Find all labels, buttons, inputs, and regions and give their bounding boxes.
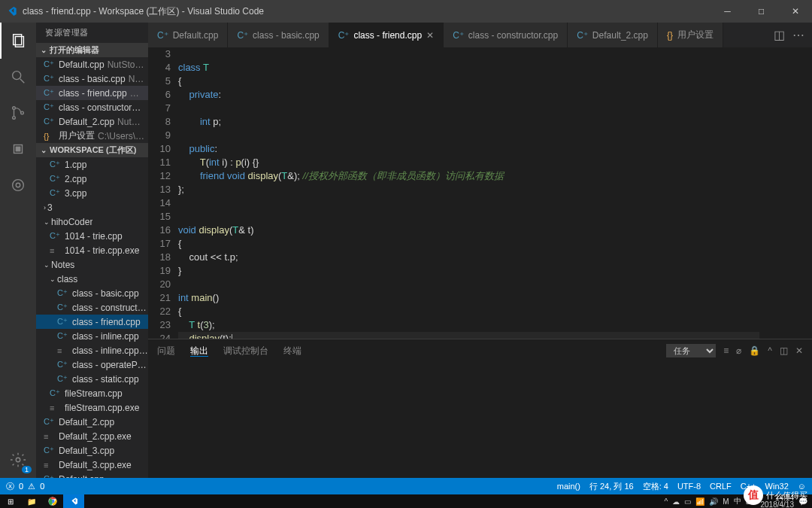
window-titlebar: class - friend.cpp - Workspace (工作区) - V… bbox=[0, 0, 812, 23]
minimize-button[interactable]: ─ bbox=[710, 0, 744, 23]
vscode-icon bbox=[0, 5, 23, 17]
status-function[interactable]: main() bbox=[557, 482, 580, 491]
tree-item[interactable]: C⁺class - friend.cpp bbox=[36, 315, 148, 329]
file-tree: C⁺1.cppC⁺2.cppC⁺3.cpp›3⌄hihoCoderC⁺1014 … bbox=[36, 157, 148, 478]
tree-item[interactable]: ≡Default_3.cpp.exe bbox=[36, 458, 148, 472]
expand-icon[interactable]: ^ bbox=[768, 345, 772, 356]
tree-item[interactable]: C⁺Default_3.cpp bbox=[36, 443, 148, 458]
minimap[interactable] bbox=[759, 47, 812, 339]
status-indent[interactable]: 空格: 4 bbox=[643, 481, 668, 492]
explorer-icon[interactable] bbox=[0, 23, 36, 59]
maximize-button[interactable]: □ bbox=[744, 0, 778, 23]
chevron-down-icon: ⌄ bbox=[41, 146, 47, 154]
open-editor-item[interactable]: C⁺Default_2.cppNut… bbox=[36, 114, 148, 129]
code-editor[interactable]: 3456789101112131415161718192021222324252… bbox=[148, 47, 812, 339]
status-position[interactable]: 行 24, 列 16 bbox=[589, 481, 634, 492]
window-title: class - friend.cpp - Workspace (工作区) - V… bbox=[23, 5, 710, 18]
open-editor-item[interactable]: C⁺Default.cppNutSto… bbox=[36, 57, 148, 71]
more-icon[interactable]: ⋯ bbox=[792, 28, 804, 42]
debug-icon[interactable] bbox=[0, 131, 36, 167]
tray-lang-icon[interactable]: 中 bbox=[734, 496, 741, 506]
workspace-header[interactable]: ⌄WORKSPACE (工作区) bbox=[36, 143, 148, 157]
panel-tab[interactable]: 终端 bbox=[283, 345, 301, 356]
tree-item[interactable]: C⁺class - construct… bbox=[36, 300, 148, 315]
close-button[interactable]: ✕ bbox=[778, 0, 812, 23]
sidebar-title: 资源管理器 bbox=[36, 23, 148, 43]
lock-icon[interactable]: 🔒 bbox=[749, 345, 760, 356]
open-editor-item[interactable]: C⁺class - friend.cpp… bbox=[36, 86, 148, 100]
open-editor-item[interactable]: C⁺class - constructor… bbox=[36, 100, 148, 114]
tray-ime-icon[interactable]: M bbox=[723, 497, 729, 506]
watermark-logo: 值 bbox=[744, 485, 763, 505]
editor-tab[interactable]: C⁺Default_2.cpp bbox=[568, 23, 658, 47]
chrome-icon[interactable] bbox=[42, 494, 63, 508]
status-bar: ⓧ0 ⚠0 main() 行 24, 列 16 空格: 4 UTF-8 CRLF… bbox=[0, 478, 812, 494]
tree-item[interactable]: C⁺class - basic.cpp bbox=[36, 286, 148, 300]
tree-item[interactable]: C⁺class - operateP… bbox=[36, 357, 148, 372]
tray-battery-icon[interactable]: ▭ bbox=[684, 497, 691, 506]
chevron-icon: ⌄ bbox=[50, 275, 56, 283]
editor-tab[interactable]: C⁺class - basic.cpp bbox=[228, 23, 329, 47]
split-icon[interactable]: ◫ bbox=[780, 345, 788, 356]
tree-item[interactable]: C⁺Default_2.cpp bbox=[36, 415, 148, 429]
close-tab-icon[interactable]: ✕ bbox=[426, 30, 434, 41]
tree-item[interactable]: C⁺3.cpp bbox=[36, 186, 148, 200]
clear-icon[interactable]: ⌀ bbox=[736, 345, 741, 356]
tray-chevron-icon[interactable]: ^ bbox=[664, 497, 668, 506]
source-control-icon[interactable] bbox=[0, 95, 36, 131]
tree-item[interactable]: ›3 bbox=[36, 200, 148, 214]
code-area[interactable]: class T{ private: int p; public: T(int i… bbox=[178, 47, 759, 339]
tree-item[interactable]: C⁺1014 - trie.cpp bbox=[36, 229, 148, 243]
editor-tab[interactable]: {}用户设置 bbox=[658, 23, 723, 47]
chevron-down-icon: ⌄ bbox=[41, 46, 47, 54]
panel-tabs: 问题输出调试控制台终端 任务 ≡ ⌀ 🔒 ^ ◫ ✕ bbox=[148, 339, 812, 362]
start-button[interactable]: ⊞ bbox=[0, 494, 21, 508]
close-panel-icon[interactable]: ✕ bbox=[795, 345, 803, 356]
tree-item[interactable]: C⁺class - static.cpp bbox=[36, 372, 148, 386]
errors-icon[interactable]: ⓧ bbox=[6, 481, 14, 492]
svg-point-5 bbox=[13, 117, 16, 120]
filter-icon[interactable]: ≡ bbox=[723, 345, 729, 356]
open-editor-item[interactable]: C⁺class - basic.cppN… bbox=[36, 71, 148, 86]
tree-item[interactable]: ≡Default_2.cpp.exe bbox=[36, 429, 148, 443]
activity-bar: 1 bbox=[0, 23, 36, 478]
open-editors-header[interactable]: ⌄打开的编辑器 bbox=[36, 43, 148, 57]
svg-rect-8 bbox=[16, 147, 20, 151]
tree-item[interactable]: ⌄Notes bbox=[36, 257, 148, 272]
tree-item[interactable]: C⁺1.cpp bbox=[36, 157, 148, 172]
window-controls: ─ □ ✕ bbox=[710, 0, 812, 23]
tree-item[interactable]: C⁺2.cpp bbox=[36, 172, 148, 186]
tree-item[interactable]: ≡class - inline.cpp… bbox=[36, 343, 148, 357]
tree-item[interactable]: ⌄class bbox=[36, 272, 148, 286]
warnings-icon[interactable]: ⚠ bbox=[28, 482, 35, 491]
tree-item[interactable]: ≡fileStream.cpp.exe bbox=[36, 400, 148, 415]
tree-item[interactable]: ⌄hihoCoder bbox=[36, 214, 148, 229]
status-eol[interactable]: CRLF bbox=[710, 482, 732, 491]
open-editor-item[interactable]: {}用户设置C:\Users\… bbox=[36, 129, 148, 143]
extensions-icon[interactable] bbox=[0, 167, 36, 203]
tree-item[interactable]: C⁺class - inline.cpp bbox=[36, 329, 148, 343]
search-icon[interactable] bbox=[0, 59, 36, 95]
tree-item[interactable]: C⁺Default.cpp bbox=[36, 472, 148, 478]
task-select[interactable]: 任务 bbox=[666, 344, 716, 357]
watermark-text: 什么值得买 bbox=[766, 490, 807, 501]
settings-gear-icon[interactable]: 1 bbox=[0, 442, 36, 478]
tree-item[interactable]: C⁺fileStream.cpp bbox=[36, 386, 148, 400]
split-editor-icon[interactable]: ◫ bbox=[774, 28, 785, 42]
watermark: 值 什么值得买 bbox=[744, 485, 807, 505]
editor-tab[interactable]: C⁺Default.cpp bbox=[148, 23, 228, 47]
svg-point-9 bbox=[13, 180, 24, 191]
editor-tab[interactable]: C⁺class - constructor.cpp bbox=[444, 23, 568, 47]
panel-tab[interactable]: 输出 bbox=[190, 345, 208, 357]
tray-cloud-icon[interactable]: ☁ bbox=[672, 497, 680, 506]
editor-tab[interactable]: C⁺class - friend.cpp✕ bbox=[329, 23, 444, 47]
vscode-taskbar-icon[interactable] bbox=[63, 494, 84, 508]
panel-tab[interactable]: 调试控制台 bbox=[223, 345, 268, 356]
file-explorer-icon[interactable]: 📁 bbox=[21, 494, 42, 508]
tray-wifi-icon[interactable]: 📶 bbox=[695, 497, 704, 506]
tray-volume-icon[interactable]: 🔊 bbox=[709, 497, 718, 506]
panel-tab[interactable]: 问题 bbox=[157, 345, 175, 356]
tree-item[interactable]: ≡1014 - trie.cpp.exe bbox=[36, 243, 148, 257]
windows-taskbar: ⊞ 📁 ^ ☁ ▭ 📶 🔊 M 中 ⌨ 14:14 2018/4/13 💬 bbox=[0, 494, 812, 508]
status-encoding[interactable]: UTF-8 bbox=[677, 482, 701, 491]
